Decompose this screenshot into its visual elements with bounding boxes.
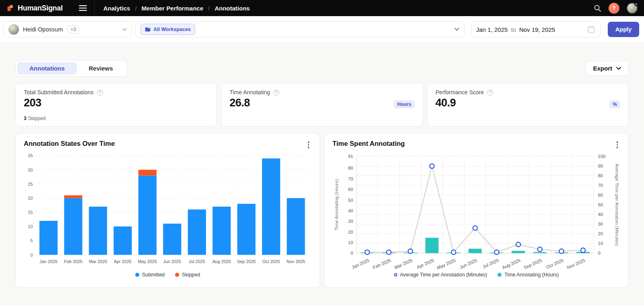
svg-text:Feb 2025: Feb 2025	[372, 257, 392, 270]
presence-indicator	[634, 2, 638, 6]
annotation-states-chart: 05101520253035Jan 2025Feb 2025Mar 2025Ap…	[24, 151, 312, 272]
menu-icon[interactable]	[75, 0, 91, 16]
stat-card-title: Performance Score	[436, 89, 484, 95]
export-button[interactable]: Export	[585, 61, 629, 76]
svg-text:Nov 2025: Nov 2025	[287, 259, 305, 264]
svg-text:40: 40	[348, 208, 353, 213]
top-navigation-bar: HumanSignal Analytics / Member Performan…	[0, 0, 644, 16]
svg-text:Nov 2025: Nov 2025	[566, 257, 586, 270]
skipped-count: 3	[24, 116, 27, 121]
kebab-icon[interactable]	[614, 140, 621, 150]
date-range-end: Nov 19, 2025	[519, 26, 555, 33]
stat-card-title: Total Submitted Annotations	[24, 89, 94, 95]
svg-text:Apr 2025: Apr 2025	[114, 259, 132, 264]
svg-text:Sep 2025: Sep 2025	[237, 259, 256, 264]
legend-ring-icon	[394, 273, 397, 276]
breadcrumb: Analytics / Member Performance / Annotat…	[103, 5, 250, 12]
stat-card-title: Time Annotating	[229, 89, 270, 95]
svg-text:Jul 2025: Jul 2025	[482, 257, 500, 269]
svg-text:20: 20	[598, 231, 603, 236]
chevron-down-icon	[616, 67, 621, 70]
svg-text:50: 50	[348, 197, 353, 202]
svg-text:35: 35	[28, 153, 33, 158]
svg-text:100: 100	[598, 154, 606, 159]
svg-text:91: 91	[348, 154, 353, 159]
time-spent-chart-card: Time Spent Annotating 010203040506070809…	[324, 133, 629, 288]
svg-text:70: 70	[348, 176, 353, 181]
member-name: Heidi Opossum	[23, 26, 63, 33]
breadcrumb-separator: /	[208, 5, 210, 12]
svg-text:0: 0	[598, 251, 601, 255]
breadcrumb-annotations[interactable]: Annotations	[215, 5, 250, 12]
svg-text:20: 20	[28, 195, 33, 200]
annotation-states-chart-card: Annotation States Over Time 051015202530…	[15, 133, 320, 288]
member-avatar	[8, 24, 19, 35]
svg-text:15: 15	[28, 210, 33, 215]
question-circle-icon[interactable]: ?	[273, 89, 279, 95]
kebab-icon[interactable]	[305, 140, 312, 150]
svg-text:Mar 2025: Mar 2025	[394, 257, 413, 270]
chevron-down-icon	[122, 28, 127, 31]
date-range-picker[interactable]: Jan 1, 2025 to Nov 19, 2025	[471, 21, 601, 37]
workspace-chip[interactable]: All Workspaces	[140, 24, 195, 35]
stat-card-value: 203	[24, 97, 208, 109]
breadcrumb-member-performance[interactable]: Member Performance	[142, 5, 203, 12]
time-spent-chart: 0102030405060708091010203040506070809010…	[332, 151, 620, 276]
svg-text:60: 60	[598, 193, 603, 197]
svg-text:90: 90	[598, 164, 603, 168]
tab-reviews[interactable]: Reviews	[77, 62, 125, 75]
user-menu-avatar[interactable]	[627, 3, 638, 14]
svg-text:May 2025: May 2025	[138, 259, 157, 264]
svg-text:20: 20	[348, 229, 353, 234]
svg-text:Mar 2025: Mar 2025	[89, 259, 107, 264]
legend-item-submitted[interactable]: Submitted	[135, 272, 165, 278]
svg-text:Jul 2025: Jul 2025	[189, 259, 205, 264]
chart-title: Annotation States Over Time	[24, 140, 115, 147]
question-circle-icon[interactable]: ?	[97, 89, 103, 95]
member-extra-count: +3	[67, 25, 80, 33]
help-icon[interactable]: ?	[609, 3, 619, 14]
workspace-chip-label: All Workspaces	[153, 27, 191, 32]
legend-label: Skipped	[182, 272, 200, 278]
stat-card-performance-score: Performance Score ? 40.9 %	[427, 83, 629, 127]
question-circle-icon[interactable]: ?	[487, 89, 493, 95]
svg-text:Time Annotating (Hours): Time Annotating (Hours)	[334, 179, 339, 230]
legend-dot-icon	[135, 273, 139, 277]
export-button-label: Export	[593, 65, 612, 72]
charts-row: Annotation States Over Time 051015202530…	[15, 133, 629, 288]
tab-annotations[interactable]: Annotations	[17, 62, 77, 75]
legend-item-average-time[interactable]: Average Time per Annotation (Minutes)	[394, 272, 487, 278]
member-select[interactable]: Heidi Opossum +3	[3, 21, 132, 37]
svg-text:5: 5	[30, 238, 33, 243]
date-range-separator: to	[511, 26, 516, 33]
svg-text:Oct 2025: Oct 2025	[262, 259, 280, 264]
svg-text:10: 10	[28, 224, 33, 229]
svg-text:50: 50	[598, 202, 603, 207]
svg-text:80: 80	[348, 166, 353, 170]
legend-dot-icon	[497, 273, 502, 277]
svg-text:0: 0	[30, 252, 33, 257]
svg-text:30: 30	[348, 219, 353, 224]
folder-icon	[145, 27, 151, 32]
svg-text:60: 60	[348, 187, 353, 192]
calendar-icon	[587, 25, 595, 33]
svg-text:Aug 2025: Aug 2025	[213, 259, 231, 264]
svg-text:30: 30	[598, 222, 603, 226]
stat-card-time-annotating: Time Annotating ? 26.8 Hours	[221, 83, 423, 127]
svg-text:May 2025: May 2025	[436, 257, 456, 270]
legend-item-time-annotating[interactable]: Time Annotating (Hours)	[497, 272, 559, 278]
svg-text:25: 25	[28, 181, 33, 186]
stat-cards: Total Submitted Annotations ? 203 3Skipp…	[15, 83, 629, 127]
skipped-label: Skipped	[28, 116, 45, 121]
svg-text:Apr 2025: Apr 2025	[416, 257, 435, 270]
svg-text:70: 70	[598, 183, 603, 188]
breadcrumb-analytics[interactable]: Analytics	[103, 5, 130, 12]
legend-item-skipped[interactable]: Skipped	[175, 272, 200, 278]
search-icon[interactable]	[594, 4, 601, 12]
apply-button[interactable]: Apply	[608, 22, 639, 37]
workspace-select[interactable]: All Workspaces	[135, 21, 464, 37]
stat-card-value: 26.8	[229, 97, 414, 109]
svg-text:Feb 2025: Feb 2025	[64, 259, 83, 264]
brand-logo[interactable]: HumanSignal	[6, 4, 63, 12]
svg-text:Jan 2025: Jan 2025	[351, 257, 370, 270]
